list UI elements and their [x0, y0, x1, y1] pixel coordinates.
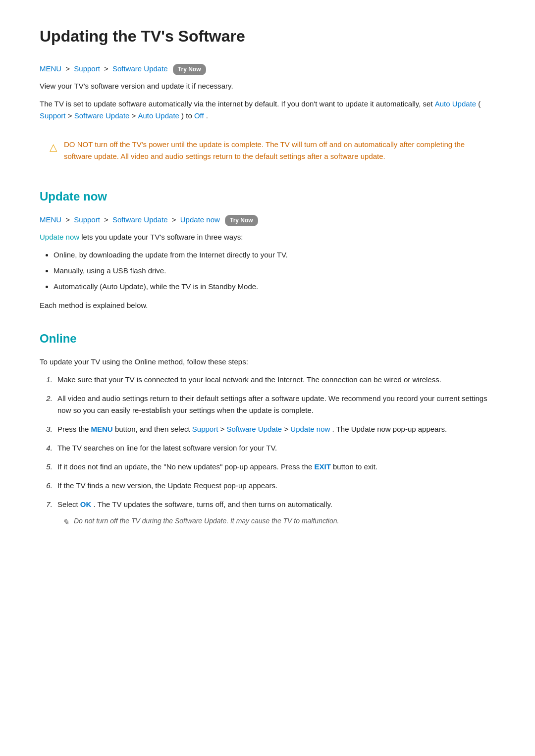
update-now-link: Update now — [40, 233, 79, 241]
pencil-icon: ✎ — [62, 516, 69, 529]
path-support: Support — [40, 111, 66, 120]
menu-item-software-update: Software Update — [112, 64, 168, 73]
path-software-update: Software Update — [74, 111, 130, 120]
note-box: ✎ Do not turn off the TV during the Soft… — [57, 515, 495, 529]
section-online: Online To update your TV using the Onlin… — [40, 329, 495, 529]
menu-item-software-update-2: Software Update — [112, 215, 168, 224]
list-item: Online, by downloading the update from t… — [54, 249, 495, 261]
update-now-intro: Update now lets you update your TV's sof… — [40, 231, 495, 243]
step-4: The TV searches on line for the latest s… — [54, 442, 495, 454]
list-item: Manually, using a USB flash drive. — [54, 265, 495, 277]
try-now-badge-2[interactable]: Try Now — [225, 215, 258, 226]
menu-path-update-now: MENU > Support > Software Update > Updat… — [40, 214, 495, 226]
off-link: Off — [194, 111, 204, 120]
step-7: Select OK . The TV updates the software,… — [54, 499, 495, 529]
try-now-badge[interactable]: Try Now — [173, 64, 206, 75]
menu-item-support: Support — [74, 64, 100, 73]
section-update-now: Update now MENU > Support > Software Upd… — [40, 187, 495, 311]
warning-box: △ DO NOT turn off the TV's power until t… — [40, 132, 495, 169]
online-heading: Online — [40, 329, 495, 348]
menu-keyword: MENU — [91, 425, 113, 433]
menu-item-menu: MENU — [40, 64, 61, 73]
auto-update-link: Auto Update — [435, 100, 476, 108]
step3-support: Support — [192, 425, 218, 433]
step-6: If the TV finds a new version, the Updat… — [54, 480, 495, 492]
online-intro: To update your TV using the Online metho… — [40, 356, 495, 368]
update-now-outro: Each method is explained below. — [40, 300, 495, 311]
path-auto-update: Auto Update — [138, 111, 179, 120]
intro-text-1: View your TV's software version and upda… — [40, 80, 495, 92]
warning-text: DO NOT turn off the TV's power until the… — [64, 139, 485, 162]
intro-text-2: The TV is set to update software automat… — [40, 98, 495, 122]
step-1: Make sure that your TV is connected to y… — [54, 374, 495, 386]
step-3: Press the MENU button, and then select S… — [54, 423, 495, 435]
menu-path-1: MENU > Support > Software Update Try Now — [40, 63, 495, 75]
online-steps-list: Make sure that your TV is connected to y… — [45, 374, 495, 529]
step3-update-now: Update now — [290, 425, 330, 433]
step-2: All video and audio settings return to t… — [54, 393, 495, 416]
update-now-heading: Update now — [40, 187, 495, 206]
ok-keyword: OK — [80, 500, 92, 508]
menu-item-support-2: Support — [74, 215, 100, 224]
menu-item-menu-2: MENU — [40, 215, 61, 224]
exit-keyword: EXIT — [315, 462, 331, 471]
step-5: If it does not find an update, the "No n… — [54, 461, 495, 473]
list-item: Automatically (Auto Update), while the T… — [54, 281, 495, 293]
update-methods-list: Online, by downloading the update from t… — [54, 249, 495, 293]
warning-icon: △ — [50, 139, 57, 155]
page-title: Updating the TV's Software — [40, 24, 495, 49]
step3-software-update: Software Update — [226, 425, 282, 433]
menu-item-update-now: Update now — [180, 215, 220, 224]
note-text: Do not turn off the TV during the Softwa… — [74, 515, 339, 526]
